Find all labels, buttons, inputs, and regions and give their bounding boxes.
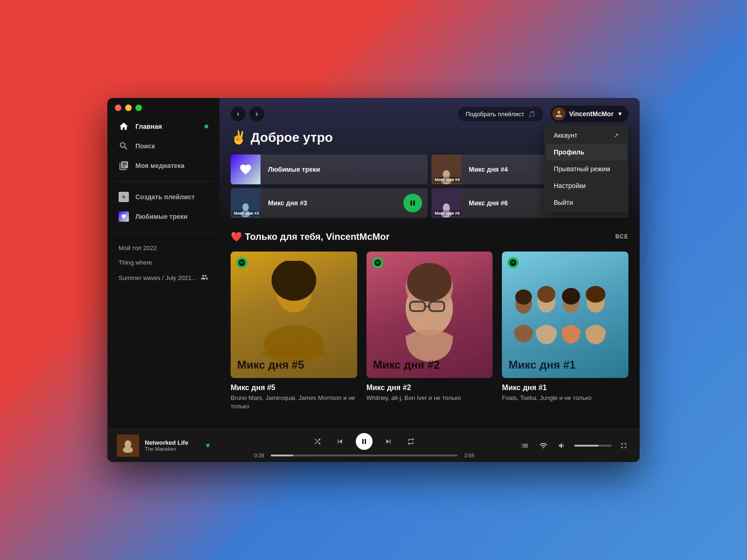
sidebar-divider (113, 181, 214, 182)
mix2-image: Микс дня #2 (366, 252, 493, 378)
sidebar-item-search[interactable]: Поиск (113, 136, 214, 156)
sidebar-search-label: Поиск (135, 142, 155, 150)
svg-rect-27 (362, 439, 364, 444)
mix5-title: Микс дня #5 (231, 384, 357, 392)
home-icon (119, 121, 129, 132)
mix5-desc: Bruno Mars, Jamiroquai, James Morrison и… (231, 394, 357, 411)
mix-card-5[interactable]: Микс дня #5 Микс дня #5 Bruno Mars, Jami… (231, 252, 357, 411)
liked-songs-label: Любимые треки (135, 213, 188, 220)
mix1-overlay-label: Микс дня #1 (508, 358, 576, 371)
section-header: ❤️ Только для тебя, VincentMcMor ВСЕ (231, 231, 628, 242)
shuffle-button[interactable] (311, 435, 324, 448)
sidebar: Главная Поиск Моя медиатека (107, 98, 219, 428)
playlist-item-0[interactable]: Мой топ 2022 (113, 242, 214, 254)
main-content: ‹ › Подобрать плейлист 🎵 VincentMcMor ▼ (219, 98, 640, 428)
mix-cards-grid: Микс дня #5 Микс дня #5 Bruno Mars, Jami… (231, 252, 628, 411)
repeat-button[interactable] (404, 435, 417, 448)
user-menu-button[interactable]: VincentMcMor ▼ (550, 105, 628, 122)
sidebar-item-home[interactable]: Главная (113, 117, 214, 136)
username-label: VincentMcMor (569, 110, 613, 118)
liked-songs-action[interactable]: Любимые треки (113, 207, 214, 226)
mix3-thumb: Микс дня #3 (231, 188, 261, 218)
player-right-controls (518, 439, 630, 452)
window-controls (115, 105, 142, 111)
spotify-badge-2 (372, 257, 383, 268)
volume-button[interactable] (556, 439, 569, 452)
create-playlist-label: Создать плейлист (135, 193, 195, 201)
sidebar-home-label: Главная (135, 123, 162, 130)
svg-point-20 (537, 286, 556, 303)
logout-label: Выйти (554, 199, 573, 206)
close-button[interactable] (115, 105, 121, 111)
play-pause-button[interactable] (356, 433, 373, 450)
next-button[interactable] (382, 435, 395, 448)
player-like-button[interactable]: ♥ (206, 441, 211, 450)
liked-label: Любимые треки (261, 166, 428, 173)
fullscreen-button[interactable] (617, 439, 630, 452)
spotify-badge-5 (236, 257, 247, 268)
create-playlist-icon (119, 192, 129, 202)
svg-point-16 (407, 263, 452, 302)
settings-label: Настройки (554, 182, 586, 189)
player-bar: Networked Life The Maneken ♥ (107, 428, 640, 462)
sidebar-divider-2 (113, 232, 214, 232)
svg-point-18 (515, 289, 532, 304)
progress-fill (271, 455, 293, 456)
mix5-overlay-label: Микс дня #5 (237, 358, 304, 371)
svg-point-24 (585, 286, 605, 303)
mix-card-1[interactable]: Микс дня #1 Микс дня #1 Foals, Tseba, Ju… (502, 252, 628, 411)
progress-track[interactable] (271, 455, 458, 456)
dropdown-logout[interactable]: Выйти (546, 194, 627, 211)
user-avatar (552, 107, 565, 120)
svg-rect-4 (411, 201, 412, 206)
previous-button[interactable] (333, 435, 346, 448)
player-controls: 0:28 3:59 (218, 433, 511, 458)
dropdown-account[interactable]: Аккаунт ↗ (546, 127, 627, 144)
volume-track[interactable] (574, 445, 612, 447)
quick-card-liked[interactable]: Любимые треки (231, 154, 428, 184)
dropdown-menu: Аккаунт ↗ Профиль Прыватный режим Настро… (544, 125, 628, 213)
playlist-name-1: Thing.where (119, 259, 152, 266)
playlist-name-0: Мой топ 2022 (119, 245, 157, 252)
liked-thumb (231, 154, 261, 184)
svg-point-26 (123, 446, 133, 452)
svg-rect-5 (414, 201, 415, 206)
sidebar-playlists: Мой топ 2022 Thing.where Summer waves / … (107, 238, 219, 289)
app-window: Главная Поиск Моя медиатека (107, 98, 640, 462)
profile-label: Профиль (554, 148, 585, 156)
mix-card-2[interactable]: Микс дня #2 Микс дня #2 Whitney, alt-j, … (366, 252, 493, 411)
player-buttons (311, 433, 417, 450)
mix5-image: Микс дня #5 (231, 252, 357, 378)
minimize-button[interactable] (125, 105, 132, 111)
dropdown-settings[interactable]: Настройки (546, 177, 627, 194)
player-track-name: Networked Life (145, 439, 200, 446)
shared-icon (201, 273, 208, 282)
dropdown-private[interactable]: Прыватный режим (546, 161, 627, 177)
playlist-suggest-button[interactable]: Подобрать плейлист 🎵 (458, 107, 543, 121)
dropdown-profile[interactable]: Профиль (546, 144, 627, 161)
device-button[interactable] (537, 439, 550, 452)
maximize-button[interactable] (135, 105, 142, 111)
queue-button[interactable] (518, 439, 531, 452)
sidebar-top: Главная Поиск Моя медиатека (107, 117, 219, 175)
sidebar-library-label: Моя медиатека (135, 162, 184, 169)
liked-songs-icon (119, 211, 129, 222)
quick-card-mix3[interactable]: Микс дня #3 Микс дня #3 (231, 188, 428, 218)
sidebar-actions: Создать плейлист Любимые треки (107, 187, 219, 226)
forward-button[interactable]: › (249, 106, 264, 121)
svg-rect-28 (365, 439, 366, 444)
header-right: Подобрать плейлист 🎵 VincentMcMor ▼ (458, 105, 628, 122)
create-playlist-action[interactable]: Создать плейлист (113, 187, 214, 207)
mix3-play-button[interactable] (403, 194, 422, 212)
mix6-thumb: Микс дня #6 (431, 188, 461, 218)
svg-point-22 (562, 288, 580, 305)
back-button[interactable]: ‹ (231, 106, 246, 121)
player-track-artist: The Maneken (145, 446, 200, 452)
sidebar-item-library[interactable]: Моя медиатека (113, 156, 214, 175)
playlist-item-2[interactable]: Summer waves / July 2021... (113, 271, 214, 285)
total-time: 3:59 (462, 453, 476, 458)
nav-arrows: ‹ › (231, 106, 264, 121)
playlist-suggest-label: Подобрать плейлист (465, 111, 524, 118)
playlist-item-1[interactable]: Thing.where (113, 256, 214, 269)
see-all-button[interactable]: ВСЕ (615, 233, 628, 240)
